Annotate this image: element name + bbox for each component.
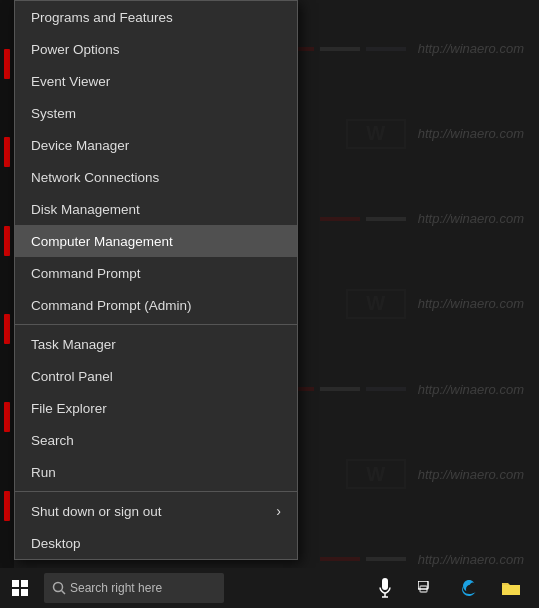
- menu-item-device-manager[interactable]: Device Manager: [15, 129, 297, 161]
- taskbar-search[interactable]: Search right here: [44, 573, 224, 603]
- separator-1: [15, 324, 297, 325]
- menu-item-label: System: [31, 106, 76, 121]
- start-square-4: [21, 589, 28, 596]
- start-square-3: [12, 589, 19, 596]
- menu-item-control-panel[interactable]: Control Panel: [15, 360, 297, 392]
- edge-button[interactable]: [449, 568, 489, 608]
- menu-item-search[interactable]: Search: [15, 424, 297, 456]
- search-icon: [52, 581, 66, 595]
- left-strip: [0, 0, 14, 570]
- menu-item-shut-down-or-sign-out[interactable]: Shut down or sign out ›: [15, 495, 297, 527]
- menu-item-system[interactable]: System: [15, 97, 297, 129]
- task-view-button[interactable]: [407, 568, 447, 608]
- menu-item-file-explorer[interactable]: File Explorer: [15, 392, 297, 424]
- start-icon: [12, 580, 28, 596]
- taskbar: Search right here: [0, 568, 539, 608]
- menu-item-run[interactable]: Run: [15, 456, 297, 488]
- start-square-2: [21, 580, 28, 587]
- edge-icon: [459, 578, 479, 598]
- separator-2: [15, 491, 297, 492]
- menu-item-label: File Explorer: [31, 401, 107, 416]
- menu-item-disk-management[interactable]: Disk Management: [15, 193, 297, 225]
- submenu-arrow-icon: ›: [276, 503, 281, 519]
- menu-item-desktop[interactable]: Desktop: [15, 527, 297, 559]
- taskbar-icons: [365, 568, 539, 608]
- menu-item-label: Search: [31, 433, 74, 448]
- menu-item-programs-and-features[interactable]: Programs and Features: [15, 1, 297, 33]
- svg-point-0: [54, 583, 63, 592]
- menu-item-computer-management[interactable]: Computer Management: [15, 225, 297, 257]
- task-view-icon: [418, 581, 436, 595]
- menu-item-label: Network Connections: [31, 170, 159, 185]
- menu-item-label: Event Viewer: [31, 74, 110, 89]
- start-button[interactable]: [0, 568, 40, 608]
- menu-item-power-options[interactable]: Power Options: [15, 33, 297, 65]
- menu-item-event-viewer[interactable]: Event Viewer: [15, 65, 297, 97]
- file-explorer-icon: [501, 579, 521, 597]
- menu-item-label: Programs and Features: [31, 10, 173, 25]
- menu-item-task-manager[interactable]: Task Manager: [15, 328, 297, 360]
- svg-rect-2: [382, 578, 388, 590]
- svg-line-1: [62, 591, 66, 595]
- context-menu: Programs and Features Power Options Even…: [14, 0, 298, 560]
- file-explorer-button[interactable]: [491, 568, 531, 608]
- menu-item-label: Control Panel: [31, 369, 113, 384]
- menu-item-label: Power Options: [31, 42, 120, 57]
- microphone-icon: [379, 578, 391, 598]
- menu-item-label: Disk Management: [31, 202, 140, 217]
- menu-item-label: Command Prompt: [31, 266, 141, 281]
- menu-item-label: Device Manager: [31, 138, 129, 153]
- menu-item-command-prompt-admin[interactable]: Command Prompt (Admin): [15, 289, 297, 321]
- menu-item-label: Desktop: [31, 536, 81, 551]
- search-text: Search right here: [70, 581, 162, 595]
- menu-item-network-connections[interactable]: Network Connections: [15, 161, 297, 193]
- microphone-button[interactable]: [365, 568, 405, 608]
- menu-item-label: Shut down or sign out: [31, 504, 162, 519]
- menu-item-command-prompt[interactable]: Command Prompt: [15, 257, 297, 289]
- menu-item-label: Command Prompt (Admin): [31, 298, 192, 313]
- start-square-1: [12, 580, 19, 587]
- menu-item-label: Computer Management: [31, 234, 173, 249]
- menu-item-label: Task Manager: [31, 337, 116, 352]
- menu-item-label: Run: [31, 465, 56, 480]
